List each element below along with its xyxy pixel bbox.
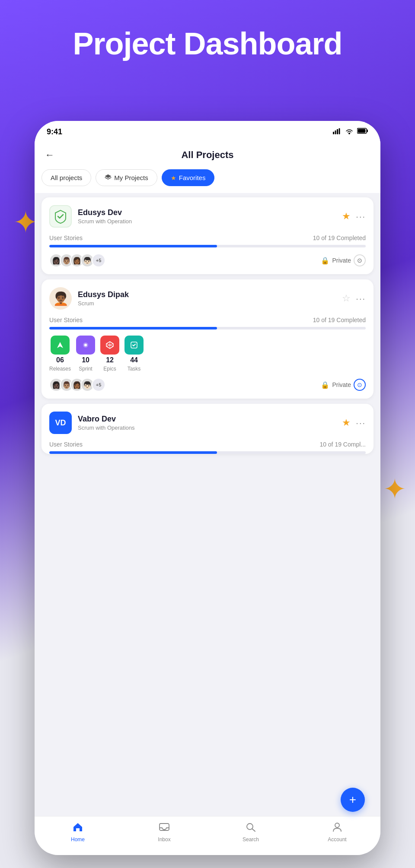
svg-rect-1 — [335, 130, 336, 134]
vabro-dev-progress: User Stories 10 of 19 Compl... — [49, 441, 366, 454]
tasks-icon — [124, 336, 144, 355]
svg-rect-3 — [339, 128, 340, 134]
releases-number: 06 — [56, 356, 64, 364]
project-card-vabro-dev: VD Vabro Dev Scrum with Operations ★ ···… — [42, 404, 374, 454]
vabro-dev-actions: ★ ··· — [342, 417, 366, 428]
edusys-dipak-progress-count: 10 of 19 Completed — [313, 317, 366, 323]
svg-line-13 — [252, 829, 255, 831]
edusys-dipak-expand-button[interactable]: ⊙ — [354, 379, 366, 391]
lock-icon: 🔒 — [321, 257, 329, 265]
stat-epics: 12 Epics — [100, 336, 119, 372]
dipak-lock-icon: 🔒 — [321, 381, 329, 389]
sprint-icon — [76, 336, 95, 355]
vabro-dev-progress-label: User Stories — [49, 441, 83, 448]
phone-frame: 9:41 ← All Projects All projects My Proj… — [35, 121, 380, 855]
status-time: 9:41 — [47, 127, 62, 136]
project-card-edusys-dev: Edusys Dev Scrum with Operation ★ ··· Us… — [42, 197, 374, 274]
epics-number: 12 — [106, 356, 114, 364]
avatar-more: +5 — [92, 253, 105, 267]
nav-inbox[interactable]: Inbox — [121, 822, 208, 843]
card-header-edusys-dipak: 🧑🏾‍🦱 Edusys Dipak Scrum ☆ ··· — [49, 287, 366, 310]
stat-releases: 06 Releases — [49, 336, 71, 372]
edusys-dev-logo — [49, 205, 72, 228]
account-label: Account — [328, 836, 346, 843]
edusys-dev-progress-count: 10 of 19 Completed — [313, 234, 366, 241]
search-label: Search — [243, 836, 259, 843]
project-card-edusys-dipak: 🧑🏾‍🦱 Edusys Dipak Scrum ☆ ··· User Stori… — [42, 279, 374, 399]
nav-account[interactable]: Account — [294, 822, 380, 843]
svg-rect-0 — [333, 132, 334, 134]
home-icon — [72, 822, 83, 835]
releases-icon — [51, 336, 70, 355]
sprint-number: 10 — [82, 356, 89, 364]
nav-search[interactable]: Search — [208, 822, 294, 843]
star-filled-tab-icon: ★ — [171, 174, 176, 181]
battery-icon — [357, 128, 368, 136]
sparkle-right-icon: ✦ — [383, 475, 406, 503]
inbox-label: Inbox — [158, 836, 170, 843]
vabro-dev-info: Vabro Dev Scrum with Operations — [78, 415, 336, 431]
edusys-dipak-actions: ☆ ··· — [342, 293, 366, 304]
edusys-dipak-type: Scrum — [78, 300, 336, 307]
edusys-dev-name: Edusys Dev — [78, 208, 336, 217]
edusys-dipak-info: Edusys Dipak Scrum — [78, 290, 336, 307]
edusys-dipak-logo: 🧑🏾‍🦱 — [49, 287, 72, 310]
tasks-label: Tasks — [128, 366, 141, 372]
svg-rect-6 — [367, 130, 368, 132]
account-icon — [332, 822, 343, 835]
vabro-dev-progress-bar — [49, 451, 366, 454]
svg-point-9 — [84, 344, 87, 346]
page-title: Project Dashboard — [0, 26, 415, 61]
edusys-dev-star-button[interactable]: ★ — [342, 211, 351, 222]
tab-my-projects[interactable]: My Projects — [96, 169, 157, 186]
edusys-dipak-star-button[interactable]: ☆ — [342, 293, 351, 304]
card-header-vabro-dev: VD Vabro Dev Scrum with Operations ★ ··· — [49, 412, 366, 434]
status-icons — [333, 128, 368, 136]
tab-all-projects[interactable]: All projects — [42, 169, 91, 186]
fab-add-button[interactable]: + — [341, 788, 365, 812]
edusys-dev-footer: 👩🏿 👨🏽 👩🏾 👦🏻 +5 🔒 Private ⊙ — [49, 253, 366, 267]
status-bar: 9:41 — [35, 121, 380, 143]
edusys-dev-type: Scrum with Operation — [78, 218, 336, 225]
back-button[interactable]: ← — [45, 149, 54, 161]
edusys-dipak-progress-label: User Stories — [49, 317, 83, 323]
vabro-dev-more-button[interactable]: ··· — [356, 418, 366, 428]
edusys-dipak-more-button[interactable]: ··· — [356, 294, 366, 304]
header-title: All Projects — [181, 149, 233, 161]
tasks-number: 44 — [130, 356, 138, 364]
epics-icon — [100, 336, 119, 355]
edusys-dipak-progress-bar — [49, 327, 366, 329]
edusys-dipak-privacy: 🔒 Private ⊙ — [321, 379, 366, 391]
vabro-dev-star-button[interactable]: ★ — [342, 417, 351, 428]
dipak-avatar-more: +5 — [92, 378, 105, 392]
edusys-dipak-name: Edusys Dipak — [78, 290, 336, 299]
tab-favorites[interactable]: ★ Favorites — [162, 169, 215, 186]
edusys-dev-actions: ★ ··· — [342, 211, 366, 222]
edusys-dev-more-button[interactable]: ··· — [356, 212, 366, 222]
edusys-dev-avatars: 👩🏿 👨🏽 👩🏾 👦🏻 +5 — [49, 253, 105, 267]
edusys-dipak-stats: 06 Releases 10 Sprint 12 Epics — [49, 336, 366, 372]
signal-icon — [333, 128, 342, 136]
cards-container: Edusys Dev Scrum with Operation ★ ··· Us… — [35, 193, 380, 458]
edusys-dipak-avatars: 👩🏿 👨🏽 👩🏾 👦🏻 +5 — [49, 378, 105, 392]
nav-home[interactable]: Home — [35, 822, 121, 843]
edusys-dipak-progress-fill — [49, 327, 217, 329]
wifi-icon — [345, 128, 354, 136]
bottom-nav: Home Inbox Search Account — [35, 816, 380, 855]
edusys-dev-progress-fill — [49, 245, 217, 247]
inbox-icon — [159, 822, 170, 835]
edusys-dev-expand-button[interactable]: ⊙ — [354, 254, 366, 266]
edusys-dev-info: Edusys Dev Scrum with Operation — [78, 208, 336, 225]
svg-rect-2 — [337, 129, 338, 134]
header: ← All Projects — [35, 143, 380, 169]
layers-icon — [105, 174, 112, 181]
card-header-edusys-dev: Edusys Dev Scrum with Operation ★ ··· — [49, 205, 366, 228]
releases-label: Releases — [49, 366, 71, 372]
home-label: Home — [71, 836, 85, 843]
vabro-dev-name: Vabro Dev — [78, 415, 336, 424]
svg-point-14 — [335, 823, 339, 827]
edusys-dev-privacy: 🔒 Private ⊙ — [321, 254, 366, 266]
sprint-label: Sprint — [79, 366, 92, 372]
vabro-dev-logo: VD — [49, 412, 72, 434]
edusys-dev-progress-label: User Stories — [49, 234, 83, 241]
